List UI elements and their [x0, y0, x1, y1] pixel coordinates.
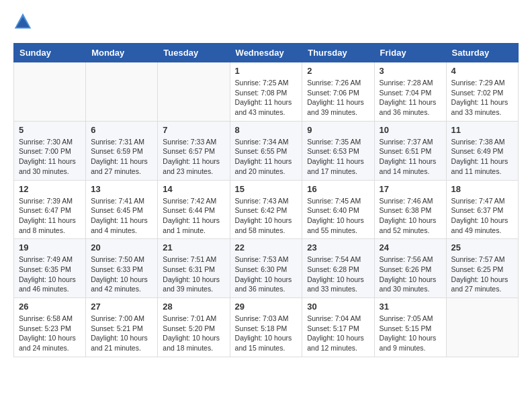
day-info: Sunrise: 7:41 AM Sunset: 6:45 PM Dayligh…: [91, 196, 152, 236]
calendar-cell: 31Sunrise: 7:05 AM Sunset: 5:15 PM Dayli…: [374, 298, 446, 357]
day-info: Sunrise: 7:43 AM Sunset: 6:42 PM Dayligh…: [235, 196, 298, 236]
calendar-cell: 19Sunrise: 7:49 AM Sunset: 6:35 PM Dayli…: [14, 239, 86, 298]
day-number: 10: [380, 125, 441, 135]
calendar-cell: 18Sunrise: 7:47 AM Sunset: 6:37 PM Dayli…: [446, 180, 518, 239]
day-info: Sunrise: 7:37 AM Sunset: 6:51 PM Dayligh…: [380, 137, 441, 177]
calendar-cell: 12Sunrise: 7:39 AM Sunset: 6:47 PM Dayli…: [14, 180, 86, 239]
calendar-cell: 13Sunrise: 7:41 AM Sunset: 6:45 PM Dayli…: [86, 180, 158, 239]
day-number: 25: [451, 242, 513, 253]
day-info: Sunrise: 7:49 AM Sunset: 6:35 PM Dayligh…: [19, 255, 81, 294]
day-number: 11: [451, 125, 513, 135]
day-number: 4: [451, 66, 513, 76]
calendar-cell: 29Sunrise: 7:03 AM Sunset: 5:18 PM Dayli…: [230, 298, 302, 357]
day-number: 24: [380, 242, 441, 253]
day-number: 16: [307, 184, 369, 194]
calendar-cell: 10Sunrise: 7:37 AM Sunset: 6:51 PM Dayli…: [374, 121, 446, 180]
weekday-saturday: Saturday: [446, 44, 518, 62]
calendar-cell: 21Sunrise: 7:51 AM Sunset: 6:31 PM Dayli…: [158, 239, 230, 298]
day-info: Sunrise: 7:05 AM Sunset: 5:15 PM Dayligh…: [380, 314, 441, 353]
weekday-friday: Friday: [374, 44, 446, 62]
calendar-week-row: 5Sunrise: 7:30 AM Sunset: 7:00 PM Daylig…: [14, 121, 519, 180]
day-number: 14: [163, 184, 224, 194]
page-header: [13, 13, 519, 32]
day-number: 5: [19, 125, 81, 135]
calendar-cell: 8Sunrise: 7:34 AM Sunset: 6:55 PM Daylig…: [230, 121, 302, 180]
calendar-cell: [158, 62, 230, 122]
calendar-table: SundayMondayTuesdayWednesdayThursdayFrid…: [13, 43, 519, 357]
day-number: 20: [91, 242, 152, 253]
calendar-cell: 7Sunrise: 7:33 AM Sunset: 6:57 PM Daylig…: [158, 121, 230, 180]
calendar-cell: 26Sunrise: 6:58 AM Sunset: 5:23 PM Dayli…: [14, 298, 86, 357]
day-number: 17: [380, 184, 441, 194]
day-info: Sunrise: 7:00 AM Sunset: 5:21 PM Dayligh…: [91, 314, 152, 353]
day-info: Sunrise: 7:26 AM Sunset: 7:06 PM Dayligh…: [307, 78, 369, 118]
day-info: Sunrise: 7:56 AM Sunset: 6:26 PM Dayligh…: [380, 255, 441, 294]
calendar-cell: 27Sunrise: 7:00 AM Sunset: 5:21 PM Dayli…: [86, 298, 158, 357]
day-number: 6: [91, 125, 152, 135]
calendar-cell: 23Sunrise: 7:54 AM Sunset: 6:28 PM Dayli…: [302, 239, 374, 298]
weekday-wednesday: Wednesday: [230, 44, 302, 62]
day-number: 21: [163, 242, 224, 253]
day-number: 30: [307, 302, 369, 312]
day-info: Sunrise: 7:38 AM Sunset: 6:49 PM Dayligh…: [451, 137, 513, 177]
calendar-cell: 17Sunrise: 7:46 AM Sunset: 6:38 PM Dayli…: [374, 180, 446, 239]
day-number: 31: [380, 302, 441, 312]
calendar-week-row: 1Sunrise: 7:25 AM Sunset: 7:08 PM Daylig…: [14, 62, 519, 122]
day-info: Sunrise: 7:30 AM Sunset: 7:00 PM Dayligh…: [19, 137, 81, 177]
calendar-cell: 25Sunrise: 7:57 AM Sunset: 6:25 PM Dayli…: [446, 239, 518, 298]
day-info: Sunrise: 7:46 AM Sunset: 6:38 PM Dayligh…: [380, 196, 441, 236]
day-number: 19: [19, 242, 81, 253]
day-number: 9: [307, 125, 369, 135]
day-info: Sunrise: 7:50 AM Sunset: 6:33 PM Dayligh…: [91, 255, 152, 294]
day-number: 28: [163, 302, 224, 312]
day-info: Sunrise: 7:35 AM Sunset: 6:53 PM Dayligh…: [307, 137, 369, 177]
weekday-tuesday: Tuesday: [158, 44, 230, 62]
day-info: Sunrise: 7:01 AM Sunset: 5:20 PM Dayligh…: [163, 314, 224, 353]
calendar-cell: [86, 62, 158, 122]
day-info: Sunrise: 7:51 AM Sunset: 6:31 PM Dayligh…: [163, 255, 224, 294]
calendar-cell: 2Sunrise: 7:26 AM Sunset: 7:06 PM Daylig…: [302, 62, 374, 122]
day-info: Sunrise: 7:25 AM Sunset: 7:08 PM Dayligh…: [235, 78, 298, 118]
day-info: Sunrise: 7:28 AM Sunset: 7:04 PM Dayligh…: [380, 78, 441, 118]
logo-icon: [13, 12, 32, 31]
day-number: 15: [235, 184, 298, 194]
day-number: 1: [235, 66, 298, 76]
calendar-week-row: 19Sunrise: 7:49 AM Sunset: 6:35 PM Dayli…: [14, 239, 519, 298]
calendar-cell: 15Sunrise: 7:43 AM Sunset: 6:42 PM Dayli…: [230, 180, 302, 239]
day-info: Sunrise: 7:34 AM Sunset: 6:55 PM Dayligh…: [235, 137, 298, 177]
calendar-cell: 30Sunrise: 7:04 AM Sunset: 5:17 PM Dayli…: [302, 298, 374, 357]
day-number: 26: [19, 302, 81, 312]
calendar-cell: 14Sunrise: 7:42 AM Sunset: 6:44 PM Dayli…: [158, 180, 230, 239]
day-number: 27: [91, 302, 152, 312]
day-info: Sunrise: 7:04 AM Sunset: 5:17 PM Dayligh…: [307, 314, 369, 353]
calendar-week-row: 12Sunrise: 7:39 AM Sunset: 6:47 PM Dayli…: [14, 180, 519, 239]
day-info: Sunrise: 7:47 AM Sunset: 6:37 PM Dayligh…: [451, 196, 513, 236]
day-info: Sunrise: 7:45 AM Sunset: 6:40 PM Dayligh…: [307, 196, 369, 236]
day-number: 7: [163, 125, 224, 135]
day-info: Sunrise: 7:33 AM Sunset: 6:57 PM Dayligh…: [163, 137, 224, 177]
day-number: 2: [307, 66, 369, 76]
logo: [13, 13, 34, 32]
weekday-sunday: Sunday: [14, 44, 86, 62]
calendar-cell: [446, 298, 518, 357]
calendar-cell: [14, 62, 86, 122]
day-info: Sunrise: 7:54 AM Sunset: 6:28 PM Dayligh…: [307, 255, 369, 294]
day-info: Sunrise: 7:29 AM Sunset: 7:02 PM Dayligh…: [451, 78, 513, 118]
calendar-cell: 3Sunrise: 7:28 AM Sunset: 7:04 PM Daylig…: [374, 62, 446, 122]
weekday-header-row: SundayMondayTuesdayWednesdayThursdayFrid…: [14, 44, 519, 62]
calendar-cell: 20Sunrise: 7:50 AM Sunset: 6:33 PM Dayli…: [86, 239, 158, 298]
calendar-cell: 4Sunrise: 7:29 AM Sunset: 7:02 PM Daylig…: [446, 62, 518, 122]
day-number: 22: [235, 242, 298, 253]
calendar-cell: 16Sunrise: 7:45 AM Sunset: 6:40 PM Dayli…: [302, 180, 374, 239]
weekday-thursday: Thursday: [302, 44, 374, 62]
calendar-cell: 24Sunrise: 7:56 AM Sunset: 6:26 PM Dayli…: [374, 239, 446, 298]
day-number: 18: [451, 184, 513, 194]
calendar-cell: 5Sunrise: 7:30 AM Sunset: 7:00 PM Daylig…: [14, 121, 86, 180]
calendar-cell: 9Sunrise: 7:35 AM Sunset: 6:53 PM Daylig…: [302, 121, 374, 180]
calendar-week-row: 26Sunrise: 6:58 AM Sunset: 5:23 PM Dayli…: [14, 298, 519, 357]
day-number: 29: [235, 302, 298, 312]
day-number: 3: [380, 66, 441, 76]
day-number: 13: [91, 184, 152, 194]
calendar-cell: 22Sunrise: 7:53 AM Sunset: 6:30 PM Dayli…: [230, 239, 302, 298]
day-info: Sunrise: 7:03 AM Sunset: 5:18 PM Dayligh…: [235, 314, 298, 353]
